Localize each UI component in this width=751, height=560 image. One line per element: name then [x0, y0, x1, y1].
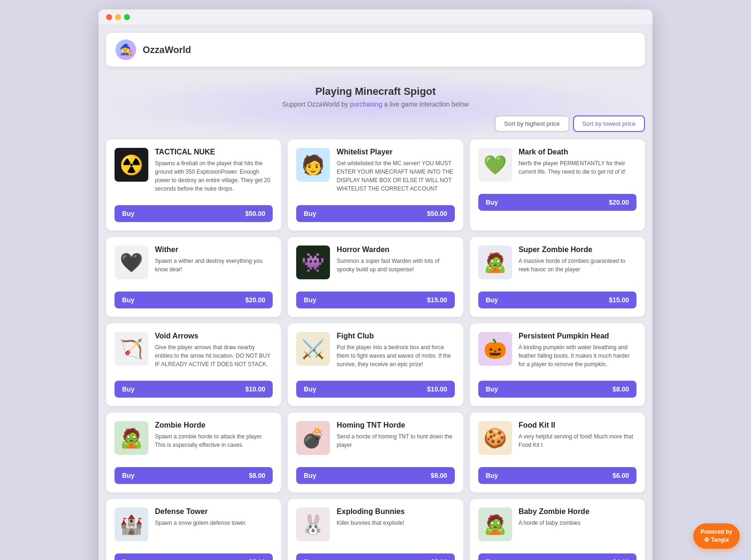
sort-highest-button[interactable]: Sort by highest price — [495, 115, 569, 132]
buy-button[interactable]: Buy $8.00 — [296, 467, 454, 484]
buy-button[interactable]: Buy $8.00 — [478, 381, 636, 398]
buy-label: Buy — [304, 296, 316, 304]
item-name: Exploding Bunnies — [337, 507, 454, 516]
buy-label: Buy — [304, 558, 316, 560]
buy-label: Buy — [122, 385, 134, 393]
card-top: 💣 Homing TNT Horde Send a horde of homin… — [296, 421, 454, 455]
item-price: $20.00 — [245, 296, 266, 304]
buy-button[interactable]: Buy $6.00 — [478, 467, 636, 484]
item-image: ☢️ — [115, 148, 148, 182]
buy-label: Buy — [304, 210, 316, 217]
item-name: Whitelist Player — [337, 148, 454, 156]
maximize-button[interactable] — [124, 14, 130, 20]
purchasing-link[interactable]: purchasing — [350, 100, 383, 108]
item-card: 💚 Mark of Death Nerfs the player PERMENT… — [470, 139, 645, 230]
item-desc: Spawn a zombie horde to attack the playe… — [155, 432, 273, 449]
card-top: ⚔️ Fight Club Put the player into a bedr… — [296, 332, 454, 368]
item-image: 🐰 — [296, 507, 330, 541]
item-image: 🧑 — [296, 148, 330, 182]
card-info: Horror Warden Summon a super fast Warden… — [337, 245, 454, 279]
card-info: Fight Club Put the player into a bedrock… — [337, 332, 454, 368]
item-name: Wither — [155, 245, 273, 254]
card-info: Wither Spawn a wither and destroy everyt… — [155, 245, 273, 279]
buy-button[interactable]: Buy $15.00 — [296, 292, 454, 308]
logo-icon: 🧙 — [115, 39, 136, 60]
buy-button[interactable]: Buy $4.00 — [478, 553, 636, 560]
item-price: $8.00 — [249, 472, 265, 479]
card-info: Void Arrows Give the player arrows that … — [155, 332, 273, 368]
item-card: 🏰 Defense Tower Spawn a snow golem defen… — [106, 499, 281, 560]
card-info: Whitelist Player Get whitelisted for the… — [337, 148, 454, 193]
card-info: Mark of Death Nerfs the player PERMENTAN… — [519, 148, 636, 182]
buy-label: Buy — [486, 296, 498, 304]
item-card: 🎃 Persistent Pumpkin Head A binding pump… — [470, 323, 645, 406]
buy-button[interactable]: Buy $5.00 — [296, 553, 454, 560]
buy-label: Buy — [122, 296, 134, 304]
page-subtitle: Support OzzaWorld by purchasing a live g… — [99, 100, 652, 108]
item-desc: A horde of baby zombies — [519, 519, 636, 527]
item-name: Baby Zombie Horde — [519, 507, 636, 516]
powered-badge: Powered by ⚙ Tangia — [693, 523, 740, 549]
page-header: Playing Minecraft Spigot Support OzzaWor… — [99, 74, 652, 115]
item-card: 👾 Horror Warden Summon a super fast Ward… — [288, 237, 463, 317]
card-info: Defense Tower Spawn a snow golem defense… — [155, 507, 273, 541]
item-name: TACTICAL NUKE — [155, 148, 273, 156]
buy-button[interactable]: Buy $10.00 — [296, 381, 454, 398]
buy-label: Buy — [122, 472, 134, 479]
item-card: 🖤 Wither Spawn a wither and destroy ever… — [106, 237, 281, 317]
item-name: Homing TNT Horde — [337, 421, 454, 430]
card-info: Baby Zombie Horde A horde of baby zombie… — [519, 507, 636, 541]
item-price: $10.00 — [245, 385, 266, 393]
buy-label: Buy — [486, 199, 498, 206]
buy-button[interactable]: Buy $10.00 — [115, 381, 273, 398]
item-desc: Spawns a fireball on the player that hit… — [155, 159, 273, 193]
item-card: ☢️ TACTICAL NUKE Spawns a fireball on th… — [106, 139, 281, 230]
card-top: 🧟 Super Zombie Horde A massive horde of … — [478, 245, 636, 279]
card-top: 🧟 Zombie Horde Spawn a zombie horde to a… — [115, 421, 273, 455]
card-top: 🐰 Exploding Bunnies Killer bunnies that … — [296, 507, 454, 541]
card-top: 🖤 Wither Spawn a wither and destroy ever… — [115, 245, 273, 279]
site-name: OzzaWorld — [143, 45, 191, 55]
sort-lowest-button[interactable]: Sort by lowest price — [573, 115, 645, 132]
buy-button[interactable]: Buy $15.00 — [478, 292, 636, 308]
item-image: 🎃 — [478, 332, 512, 366]
card-info: Homing TNT Horde Send a horde of homing … — [337, 421, 454, 455]
minimize-button[interactable] — [115, 14, 121, 20]
item-image: 🧟 — [115, 421, 148, 455]
buy-button[interactable]: Buy $8.00 — [115, 467, 273, 484]
item-price: $15.00 — [427, 296, 447, 304]
card-info: Super Zombie Horde A massive horde of zo… — [519, 245, 636, 279]
card-top: 🧟 Baby Zombie Horde A horde of baby zomb… — [478, 507, 636, 541]
item-image: 💣 — [296, 421, 330, 455]
buy-button[interactable]: Buy $20.00 — [478, 194, 636, 211]
item-price: $8.00 — [613, 385, 629, 393]
item-name: Horror Warden — [337, 245, 454, 254]
traffic-lights — [106, 14, 130, 20]
item-name: Fight Club — [337, 332, 454, 340]
item-name: Food Kit II — [519, 421, 636, 430]
item-image: 🍪 — [478, 421, 512, 455]
buy-button[interactable]: Buy $20.00 — [115, 292, 273, 308]
buy-label: Buy — [486, 558, 498, 560]
close-button[interactable] — [106, 14, 112, 20]
item-desc: Spawn a wither and destroy everything yo… — [155, 257, 273, 274]
item-image: 🧟 — [478, 245, 512, 279]
item-name: Zombie Horde — [155, 421, 273, 430]
item-image: 👾 — [296, 245, 330, 279]
buy-button[interactable]: Buy $50.00 — [115, 205, 273, 222]
card-top: ☢️ TACTICAL NUKE Spawns a fireball on th… — [115, 148, 273, 193]
card-info: Zombie Horde Spawn a zombie horde to att… — [155, 421, 273, 455]
buy-button[interactable]: Buy $5.00 — [115, 553, 273, 560]
item-price: $4.00 — [613, 558, 629, 560]
card-top: 🧑 Whitelist Player Get whitelisted for t… — [296, 148, 454, 193]
item-price: $15.00 — [609, 296, 629, 304]
item-desc: Spawn a snow golem defense tower. — [155, 519, 273, 527]
item-name: Super Zombie Horde — [519, 245, 636, 254]
buy-button[interactable]: Buy $50.00 — [296, 205, 454, 222]
item-price: $5.00 — [431, 558, 447, 560]
item-price: $50.00 — [427, 210, 447, 217]
item-desc: Give the player arrows that draw nearby … — [155, 343, 273, 368]
page-title: Playing Minecraft Spigot — [99, 85, 652, 98]
item-price: $6.00 — [613, 472, 629, 479]
card-top: 🎃 Persistent Pumpkin Head A binding pump… — [478, 332, 636, 368]
